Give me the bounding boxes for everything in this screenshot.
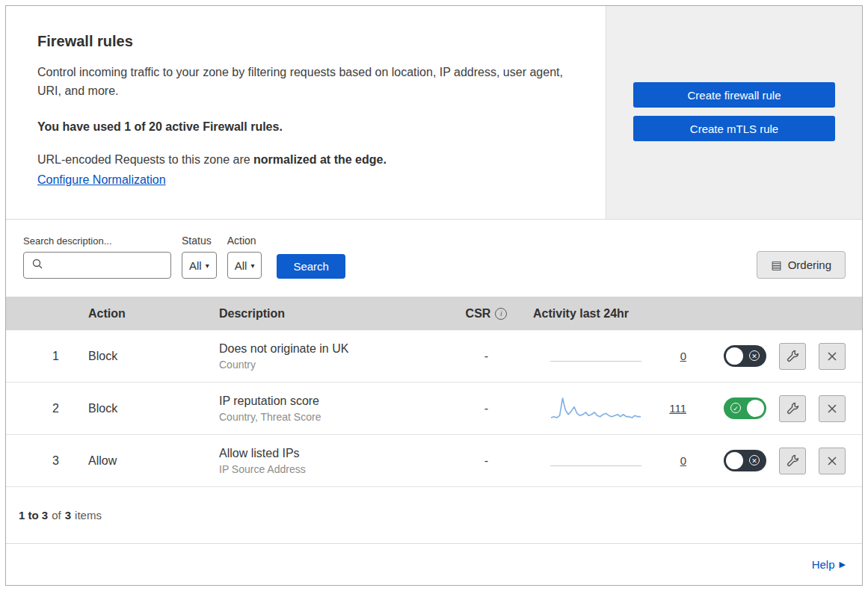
status-toggle[interactable]: ✕: [724, 450, 766, 471]
action-label: Action: [227, 235, 262, 247]
pagination-summary: 1 to 3 of 3 items: [6, 487, 862, 543]
ordering-button-label: Ordering: [788, 259, 831, 271]
configure-normalization-link[interactable]: Configure Normalization: [37, 173, 166, 187]
normalization-prefix: URL-encoded Requests to this zone are: [37, 153, 253, 166]
close-icon: [827, 456, 837, 466]
status-toggle[interactable]: ✓: [724, 397, 766, 419]
edit-rule-button[interactable]: [779, 448, 806, 474]
activity-flatline: [550, 465, 641, 466]
list-icon: ▤: [771, 259, 781, 272]
row-controls: ✕: [701, 343, 862, 370]
help-link[interactable]: Help ▶: [812, 558, 846, 571]
create-mtls-rule-button[interactable]: Create mTLS rule: [633, 116, 835, 141]
action-filter-group: Action All ▾: [227, 235, 262, 279]
wrench-icon: [787, 454, 799, 467]
firewall-rules-card: Firewall rules Control incoming traffic …: [5, 5, 863, 586]
rule-name: Allow listed IPs: [219, 447, 451, 460]
help-arrow-icon: ▶: [840, 560, 846, 569]
toggle-knob: [726, 347, 743, 365]
table-row: 3 Allow Allow listed IPs IP Source Addre…: [6, 435, 862, 487]
items-of-label: of: [52, 509, 61, 522]
activity-cell: 0: [522, 350, 701, 362]
wrench-icon: [787, 402, 799, 415]
header-section: Firewall rules Control incoming traffic …: [6, 6, 862, 219]
status-select-value: All: [189, 259, 202, 272]
table-row: 2 Block IP reputation score Country, Thr…: [6, 383, 862, 435]
table-header: Action Description CSR i Activity last 2…: [6, 297, 862, 330]
toggle-state-icon: ✓: [730, 403, 741, 413]
column-csr-label: CSR: [466, 307, 491, 321]
action-select[interactable]: All ▾: [227, 252, 262, 279]
row-action: Allow: [77, 454, 208, 468]
row-action: Block: [77, 402, 208, 415]
activity-cell: 0: [522, 454, 701, 467]
search-input[interactable]: [48, 259, 163, 272]
rule-fields: Country, Threat Score: [219, 411, 451, 423]
create-firewall-rule-button[interactable]: Create firewall rule: [633, 82, 835, 108]
chevron-down-icon: ▾: [250, 262, 254, 270]
activity-cell: 111: [522, 395, 701, 422]
rule-fields: Country: [219, 359, 451, 371]
items-range: 1 to 3: [19, 509, 48, 522]
action-select-value: All: [235, 259, 247, 272]
info-icon[interactable]: i: [495, 308, 507, 320]
activity-count-link[interactable]: 0: [680, 454, 686, 467]
csr-value: -: [451, 350, 522, 363]
wrench-icon: [787, 350, 799, 362]
items-total: 3: [65, 509, 71, 522]
row-number: 1: [6, 350, 77, 363]
page-title: Firewall rules: [37, 33, 574, 50]
search-group: Search description...: [23, 235, 171, 279]
activity-count-link[interactable]: 0: [680, 350, 686, 362]
actions-panel: Create firewall rule Create mTLS rule: [606, 6, 862, 219]
row-controls: ✕: [701, 448, 862, 474]
header-text-panel: Firewall rules Control incoming traffic …: [6, 6, 606, 219]
status-select[interactable]: All ▾: [182, 252, 217, 279]
csr-value: -: [451, 402, 522, 415]
edit-rule-button[interactable]: [779, 343, 806, 370]
help-bar: Help ▶: [6, 543, 862, 585]
row-description: Allow listed IPs IP Source Address: [208, 447, 451, 475]
delete-rule-button[interactable]: [819, 343, 846, 370]
csr-value: -: [451, 454, 522, 468]
delete-rule-button[interactable]: [819, 448, 846, 474]
page-description: Control incoming traffic to your zone by…: [37, 64, 568, 101]
status-label: Status: [182, 235, 217, 247]
row-description: Does not originate in UK Country: [208, 342, 451, 371]
rule-name: IP reputation score: [219, 394, 451, 408]
row-description: IP reputation score Country, Threat Scor…: [208, 394, 451, 423]
search-label: Search description...: [23, 235, 171, 247]
activity-sparkline: [550, 395, 641, 422]
edit-rule-button[interactable]: [779, 395, 806, 422]
column-csr: CSR i: [451, 307, 522, 321]
column-action: Action: [77, 307, 208, 321]
row-number: 3: [6, 454, 77, 468]
usage-summary: You have used 1 of 20 active Firewall ru…: [37, 120, 574, 134]
row-number: 2: [6, 402, 77, 415]
row-controls: ✓: [701, 395, 862, 422]
activity-flatline: [550, 361, 641, 362]
activity-count-link[interactable]: 111: [669, 402, 686, 415]
column-description: Description: [208, 307, 451, 321]
delete-rule-button[interactable]: [819, 395, 846, 422]
status-filter-group: Status All ▾: [182, 235, 217, 279]
toggle-knob: [726, 452, 743, 469]
search-box[interactable]: [23, 252, 171, 279]
toggle-knob: [747, 400, 764, 417]
row-action: Block: [77, 350, 208, 363]
rule-name: Does not originate in UK: [219, 342, 451, 356]
normalization-note: URL-encoded Requests to this zone are no…: [37, 153, 574, 167]
column-activity: Activity last 24hr: [522, 307, 701, 321]
help-link-label: Help: [812, 558, 835, 571]
search-button[interactable]: Search: [277, 254, 345, 279]
close-icon: [827, 403, 837, 414]
filter-bar: Search description... Status All ▾ Actio…: [6, 219, 862, 297]
status-toggle[interactable]: ✕: [724, 345, 766, 367]
search-icon: [31, 258, 43, 273]
close-icon: [827, 351, 837, 362]
items-label: items: [75, 509, 102, 522]
toggle-state-icon: ✕: [749, 455, 760, 465]
rule-fields: IP Source Address: [219, 463, 451, 475]
ordering-button[interactable]: ▤ Ordering: [757, 251, 846, 279]
chevron-down-icon: ▾: [206, 262, 209, 270]
